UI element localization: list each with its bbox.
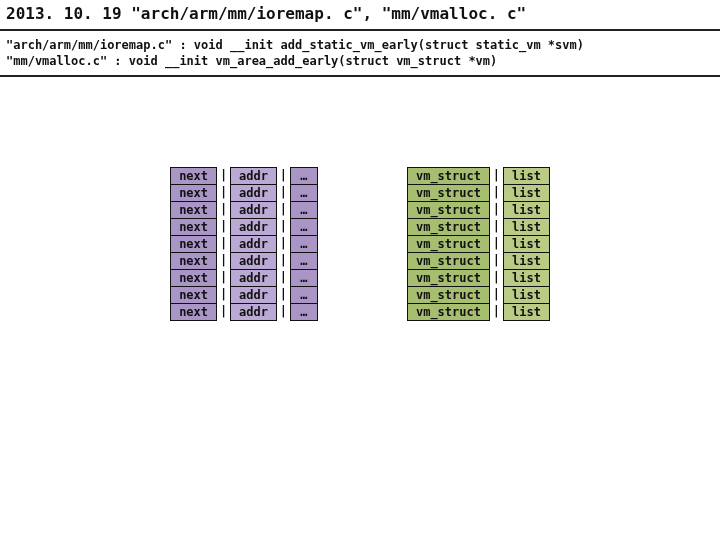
vm-struct-cell: list <box>503 303 550 321</box>
vm-struct-cell: vm_struct <box>407 201 490 219</box>
static-vm-list-block: next|addr|…next|addr|…next|addr|…next|ad… <box>171 167 318 320</box>
static-vm-cell: … <box>290 184 318 202</box>
subheader-bar: "arch/arm/mm/ioremap.c" : void __init ad… <box>0 31 720 77</box>
column-separator: | <box>276 269 290 286</box>
static-vm-cell: … <box>290 218 318 236</box>
static-vm-cell: next <box>170 201 217 219</box>
signature-line-1: "arch/arm/mm/ioremap.c" : void __init ad… <box>6 37 714 53</box>
vm-struct-cell: list <box>503 235 550 253</box>
diagram-area: next|addr|…next|addr|…next|addr|…next|ad… <box>0 167 720 320</box>
static-vm-cell: next <box>170 184 217 202</box>
vm-struct-row: vm_struct|list <box>407 269 549 286</box>
column-separator: | <box>276 184 290 201</box>
page-title: 2013. 10. 19 "arch/arm/mm/ioremap. c", "… <box>6 4 714 23</box>
vm-struct-row: vm_struct|list <box>407 252 549 269</box>
static-vm-cell: … <box>290 303 318 321</box>
static-vm-row: next|addr|… <box>171 235 318 252</box>
column-separator: | <box>217 184 231 201</box>
vm-struct-cell: vm_struct <box>407 286 490 304</box>
static-vm-cell: next <box>170 167 217 185</box>
static-vm-cell: addr <box>230 269 277 287</box>
column-separator: | <box>489 269 503 286</box>
static-vm-cell: … <box>290 286 318 304</box>
column-separator: | <box>276 167 290 184</box>
signature-line-2: "mm/vmalloc.c" : void __init vm_area_add… <box>6 53 714 69</box>
column-separator: | <box>217 167 231 184</box>
vm-struct-cell: list <box>503 201 550 219</box>
column-separator: | <box>217 303 231 320</box>
static-vm-cell: … <box>290 235 318 253</box>
column-separator: | <box>489 286 503 303</box>
column-separator: | <box>217 235 231 252</box>
vm-struct-row: vm_struct|list <box>407 286 549 303</box>
column-separator: | <box>217 201 231 218</box>
static-vm-cell: addr <box>230 201 277 219</box>
column-separator: | <box>276 252 290 269</box>
static-vm-cell: next <box>170 252 217 270</box>
column-separator: | <box>489 235 503 252</box>
column-separator: | <box>276 286 290 303</box>
static-vm-cell: next <box>170 235 217 253</box>
vm-struct-row: vm_struct|list <box>407 235 549 252</box>
static-vm-row: next|addr|… <box>171 303 318 320</box>
column-separator: | <box>489 184 503 201</box>
static-vm-row: next|addr|… <box>171 286 318 303</box>
vm-struct-row: vm_struct|list <box>407 201 549 218</box>
static-vm-cell: next <box>170 286 217 304</box>
vm-struct-cell: vm_struct <box>407 235 490 253</box>
column-separator: | <box>489 252 503 269</box>
vm-struct-cell: vm_struct <box>407 167 490 185</box>
column-separator: | <box>489 167 503 184</box>
static-vm-cell: addr <box>230 286 277 304</box>
static-vm-cell: addr <box>230 303 277 321</box>
column-separator: | <box>489 218 503 235</box>
vm-struct-cell: vm_struct <box>407 303 490 321</box>
static-vm-cell: addr <box>230 252 277 270</box>
static-vm-cell: … <box>290 269 318 287</box>
column-separator: | <box>276 303 290 320</box>
vm-struct-row: vm_struct|list <box>407 184 549 201</box>
vm-struct-cell: vm_struct <box>407 252 490 270</box>
static-vm-row: next|addr|… <box>171 252 318 269</box>
vm-struct-cell: vm_struct <box>407 184 490 202</box>
static-vm-cell: addr <box>230 167 277 185</box>
static-vm-row: next|addr|… <box>171 269 318 286</box>
static-vm-row: next|addr|… <box>171 184 318 201</box>
vm-struct-cell: list <box>503 286 550 304</box>
static-vm-cell: addr <box>230 235 277 253</box>
static-vm-cell: … <box>290 167 318 185</box>
vm-struct-cell: list <box>503 218 550 236</box>
column-separator: | <box>217 286 231 303</box>
header-bar: 2013. 10. 19 "arch/arm/mm/ioremap. c", "… <box>0 0 720 31</box>
column-separator: | <box>489 201 503 218</box>
vm-struct-row: vm_struct|list <box>407 218 549 235</box>
static-vm-cell: addr <box>230 218 277 236</box>
vm-struct-cell: list <box>503 184 550 202</box>
column-separator: | <box>489 303 503 320</box>
static-vm-row: next|addr|… <box>171 167 318 184</box>
vm-struct-cell: vm_struct <box>407 218 490 236</box>
static-vm-cell: next <box>170 218 217 236</box>
vm-struct-cell: list <box>503 252 550 270</box>
static-vm-cell: next <box>170 303 217 321</box>
vm-struct-row: vm_struct|list <box>407 303 549 320</box>
static-vm-row: next|addr|… <box>171 201 318 218</box>
vm-struct-row: vm_struct|list <box>407 167 549 184</box>
static-vm-cell: next <box>170 269 217 287</box>
vm-struct-cell: vm_struct <box>407 269 490 287</box>
vm-struct-cell: list <box>503 167 550 185</box>
column-separator: | <box>276 201 290 218</box>
column-separator: | <box>217 269 231 286</box>
column-separator: | <box>276 218 290 235</box>
column-separator: | <box>217 218 231 235</box>
static-vm-cell: … <box>290 252 318 270</box>
vm-struct-list-block: vm_struct|listvm_struct|listvm_struct|li… <box>407 167 549 320</box>
vm-struct-cell: list <box>503 269 550 287</box>
static-vm-cell: … <box>290 201 318 219</box>
column-separator: | <box>217 252 231 269</box>
static-vm-row: next|addr|… <box>171 218 318 235</box>
column-separator: | <box>276 235 290 252</box>
static-vm-cell: addr <box>230 184 277 202</box>
